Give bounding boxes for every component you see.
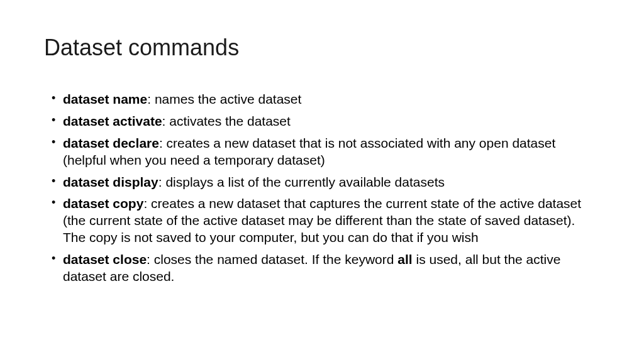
command-desc: : activates the dataset — [162, 114, 291, 128]
command-name: dataset display — [63, 175, 158, 189]
command-name: dataset name — [63, 92, 147, 106]
command-desc: : names the active dataset — [147, 92, 301, 106]
command-desc: : displays a list of the currently avail… — [158, 175, 445, 189]
command-desc-before: : closes the named dataset. If the keywo… — [147, 252, 397, 266]
command-name: dataset close — [63, 252, 147, 266]
command-name: dataset activate — [63, 114, 162, 128]
list-item: dataset close: closes the named dataset.… — [52, 251, 600, 285]
command-name: dataset copy — [63, 196, 143, 211]
keyword: all — [397, 252, 412, 266]
list-item: dataset activate: activates the dataset — [52, 113, 600, 130]
slide-title: Dataset commands — [44, 35, 600, 61]
command-name: dataset declare — [63, 136, 159, 150]
list-item: dataset declare: creates a new dataset t… — [52, 135, 600, 169]
command-list: dataset name: names the active dataset d… — [44, 91, 600, 285]
list-item: dataset name: names the active dataset — [52, 91, 600, 108]
list-item: dataset display: displays a list of the … — [52, 174, 600, 191]
list-item: dataset copy: creates a new dataset that… — [52, 195, 600, 246]
